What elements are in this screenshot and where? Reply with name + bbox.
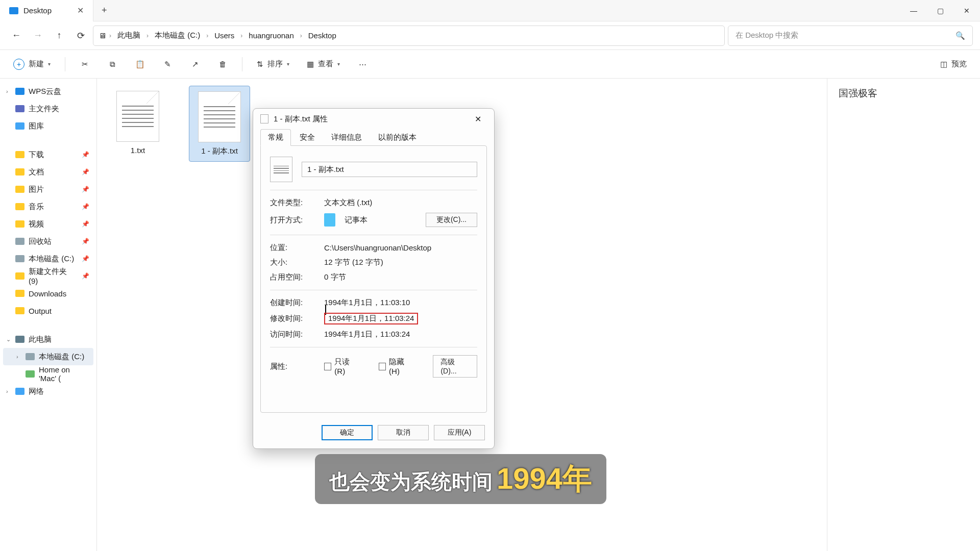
cut-button[interactable]: ✂ (75, 55, 95, 74)
pin-icon: 📌 (82, 151, 89, 158)
sidebar-item-documents[interactable]: 文档📌 (3, 163, 93, 181)
hidden-checkbox[interactable]: 隐藏(H) (379, 357, 414, 375)
modified-highlight: 1994年1月1日，11:03:24 (324, 313, 418, 324)
sort-button[interactable]: ⇅ 排序 ▾ (252, 55, 295, 74)
sidebar-item-downloads-cn[interactable]: 下载📌 (3, 146, 93, 163)
delete-button[interactable]: 🗑 (212, 55, 233, 74)
sidebar-item-recycle[interactable]: 回收站📌 (3, 233, 93, 250)
new-tab-button[interactable]: + (93, 5, 115, 16)
crumb-user[interactable]: huangruonan (246, 30, 297, 41)
details-panel: 国强极客 (827, 79, 980, 551)
pin-icon: 📌 (82, 255, 89, 262)
created-label: 创建时间: (270, 298, 315, 308)
dialog-titlebar[interactable]: 1 - 副本.txt 属性 ✕ (253, 109, 494, 129)
cancel-button[interactable]: 取消 (378, 425, 429, 440)
back-button[interactable]: ← (7, 27, 26, 45)
file-name: 1.txt (131, 146, 145, 155)
modified-value: 1994年1月1日，11:03:24 (328, 314, 414, 322)
copy-button[interactable]: ⧉ (102, 55, 122, 74)
preview-icon: ◫ (940, 60, 947, 69)
dialog-close-button[interactable]: ✕ (469, 111, 487, 127)
more-button[interactable]: ⋯ (352, 55, 373, 74)
location-value: C:\Users\huangruonan\Desktop (324, 243, 431, 252)
size-value: 12 字节 (12 字节) (324, 258, 383, 267)
dialog-buttons: 确定 取消 应用(A) (253, 420, 494, 448)
dialog-body: 1 - 副本.txt 文件类型: 文本文档 (.txt) 打开方式: 记事本 更… (260, 145, 487, 413)
file-icon (260, 114, 268, 123)
sidebar-item-thispc[interactable]: ⌄此电脑 (3, 331, 93, 348)
maximize-button[interactable]: ▢ (927, 0, 953, 21)
file-item-2[interactable]: 1 - 副本.txt (189, 86, 250, 162)
notepad-icon (324, 213, 335, 227)
ok-button[interactable]: 确定 (322, 425, 373, 440)
readonly-checkbox[interactable]: 只读(R) (324, 357, 359, 375)
titlebar: Desktop ✕ + — ▢ ✕ (0, 0, 980, 21)
close-window-button[interactable]: ✕ (953, 0, 980, 21)
file-item-1[interactable]: 1.txt (107, 86, 168, 160)
properties-dialog: 1 - 副本.txt 属性 ✕ 常规 安全 详细信息 以前的版本 1 - 副本.… (253, 108, 495, 449)
openwith-label: 打开方式: (270, 215, 315, 225)
diskspace-value: 0 字节 (324, 272, 346, 282)
share-button[interactable]: ↗ (185, 55, 205, 74)
crumb-drive[interactable]: 本地磁盘 (C:) (152, 30, 203, 41)
sidebar-item-videos[interactable]: 视频📌 (3, 215, 93, 233)
address-bar: ← → ↑ ⟳ 🖥 › 此电脑 › 本地磁盘 (C:) › Users › hu… (0, 21, 980, 50)
pin-icon: 📌 (82, 203, 89, 210)
crumb-users[interactable]: Users (211, 30, 237, 41)
sidebar-item-output[interactable]: Output (3, 302, 93, 319)
up-button[interactable]: ↑ (50, 27, 68, 45)
close-tab-icon[interactable]: ✕ (77, 6, 84, 15)
caption-text: 也会变为系统时间 (329, 468, 493, 496)
advanced-button[interactable]: 高级(D)... (433, 355, 477, 378)
new-button[interactable]: + 新建 ▾ (8, 55, 56, 74)
tab-security[interactable]: 安全 (292, 129, 323, 146)
text-file-icon (116, 91, 159, 142)
tab-previous[interactable]: 以前的版本 (371, 129, 424, 146)
text-file-icon (198, 91, 241, 142)
accessed-label: 访问时间: (270, 330, 315, 339)
sidebar-item-network[interactable]: ›网络 (3, 383, 93, 400)
pin-icon: 📌 (82, 168, 89, 176)
apply-button[interactable]: 应用(A) (434, 425, 485, 440)
pin-icon: 📌 (82, 272, 89, 280)
sidebar-item-gallery[interactable]: 图库 (3, 117, 93, 135)
preview-button[interactable]: ◫ 预览 (935, 55, 972, 74)
attributes-label: 属性: (270, 362, 315, 371)
folder-icon (9, 7, 18, 14)
crumb-thispc[interactable]: 此电脑 (114, 30, 143, 41)
rename-button[interactable]: ✎ (157, 55, 178, 74)
sidebar-item-home[interactable]: 主文件夹 (3, 100, 93, 117)
sidebar-item-newfolder[interactable]: 新建文件夹 (9)📌 (3, 267, 93, 285)
search-icon: 🔍 (955, 31, 965, 40)
tab-details[interactable]: 详细信息 (324, 129, 370, 146)
browser-tab[interactable]: Desktop ✕ (0, 0, 93, 21)
search-placeholder: 在 Desktop 中搜索 (736, 31, 798, 40)
tab-title: Desktop (23, 6, 52, 15)
crumb-desktop[interactable]: Desktop (305, 30, 339, 41)
search-input[interactable]: 在 Desktop 中搜索 🔍 (728, 26, 973, 46)
tab-general[interactable]: 常规 (260, 129, 291, 146)
view-button[interactable]: ▦ 查看 ▾ (302, 55, 345, 74)
sort-icon: ⇅ (257, 60, 263, 69)
sidebar-item-home-mac[interactable]: Home on 'Mac' ( (3, 365, 93, 383)
sidebar-item-drive-c-2[interactable]: ›本地磁盘 (C:) (3, 348, 93, 365)
change-button[interactable]: 更改(C)... (426, 213, 477, 227)
sidebar-item-pictures[interactable]: 图片📌 (3, 181, 93, 198)
size-label: 大小: (270, 258, 315, 267)
forward-button[interactable]: → (29, 27, 47, 45)
paste-button[interactable]: 📋 (130, 55, 150, 74)
dialog-title: 1 - 副本.txt 属性 (274, 114, 328, 124)
sidebar-item-drive-c[interactable]: 本地磁盘 (C:)📌 (3, 250, 93, 267)
caption-year: 1994年 (497, 459, 592, 499)
breadcrumb-path[interactable]: 🖥 › 此电脑 › 本地磁盘 (C:) › Users › huangruona… (93, 26, 725, 46)
sidebar-item-wps[interactable]: ›WPS云盘 (3, 83, 93, 100)
pin-icon: 📌 (82, 220, 89, 228)
diskspace-label: 占用空间: (270, 272, 315, 282)
refresh-button[interactable]: ⟳ (71, 27, 90, 45)
toolbar: + 新建 ▾ ✂ ⧉ 📋 ✎ ↗ 🗑 ⇅ 排序 ▾ ▦ 查看 ▾ ⋯ ◫ 预览 (0, 50, 980, 79)
sidebar-item-music[interactable]: 音乐📌 (3, 198, 93, 215)
window-controls: — ▢ ✕ (900, 0, 980, 21)
minimize-button[interactable]: — (900, 0, 927, 21)
sidebar-item-downloads-en[interactable]: Downloads (3, 285, 93, 302)
filename-input[interactable]: 1 - 副本.txt (302, 162, 477, 177)
